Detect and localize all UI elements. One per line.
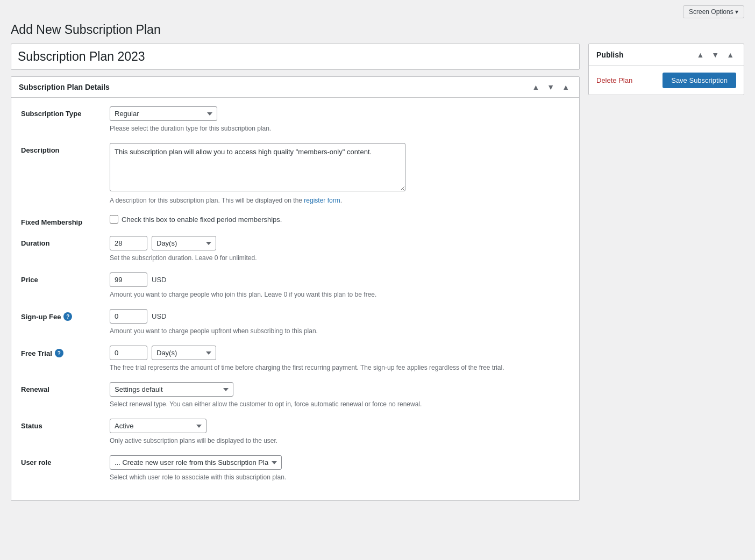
page-title: Add New Subscription Plan: [11, 23, 744, 37]
signup-fee-row: Sign-up Fee ? USD Amount you want to cha…: [21, 309, 569, 336]
free-trial-hint: The free trial represents the amount of …: [110, 363, 569, 372]
sidebar: Publish ▲ ▼ ▲ Delete Plan Save Subscript…: [588, 44, 744, 95]
signup-fee-input[interactable]: [110, 309, 147, 324]
description-label: Description: [21, 143, 110, 154]
status-field: Active Inactive Only active subscription…: [110, 419, 569, 446]
renewal-select[interactable]: Settings default Opt-in Force automatic …: [110, 382, 233, 397]
description-hint-suffix: .: [340, 197, 342, 204]
price-input[interactable]: [110, 272, 147, 287]
description-row: Description This subscription plan will …: [21, 143, 569, 205]
duration-unit-select[interactable]: Day(s) Week(s) Month(s) Year(s): [152, 236, 216, 250]
signup-fee-help-icon[interactable]: ?: [63, 312, 72, 321]
user-role-select[interactable]: ... Create new user role from this Subsc…: [110, 455, 282, 470]
signup-fee-currency: USD: [152, 312, 166, 320]
save-subscription-button[interactable]: Save Subscription: [663, 73, 736, 88]
price-currency: USD: [152, 276, 166, 284]
publish-header-controls: ▲ ▼ ▲: [694, 49, 736, 60]
price-hint: Amount you want to charge people who joi…: [110, 290, 569, 299]
renewal-field: Settings default Opt-in Force automatic …: [110, 382, 569, 409]
metabox-collapse-button[interactable]: ▲: [560, 82, 572, 92]
renewal-row: Renewal Settings default Opt-in Force au…: [21, 382, 569, 409]
plan-title-input[interactable]: [11, 44, 579, 69]
renewal-label: Renewal: [21, 382, 110, 393]
status-select[interactable]: Active Inactive: [110, 419, 206, 433]
free-trial-number-input[interactable]: [110, 346, 147, 360]
subscription-type-label: Subscription Type: [21, 106, 110, 118]
user-role-field: ... Create new user role from this Subsc…: [110, 455, 569, 482]
publish-header: Publish ▲ ▼ ▲: [589, 44, 744, 66]
metabox-title: Subscription Plan Details: [19, 83, 110, 91]
fixed-membership-checkbox-label: Check this box to enable fixed period me…: [122, 216, 282, 224]
metabox-up-button[interactable]: ▲: [530, 82, 542, 92]
publish-box: Publish ▲ ▼ ▲ Delete Plan Save Subscript…: [588, 44, 744, 95]
metabox-body: Subscription Type Regular Serial One-tim…: [11, 98, 579, 500]
free-trial-unit-select[interactable]: Day(s) Week(s) Month(s) Year(s): [152, 346, 216, 360]
subscription-type-field: Regular Serial One-time Please select th…: [110, 106, 569, 133]
publish-title: Publish: [596, 51, 624, 59]
fixed-membership-label: Fixed Membership: [21, 215, 110, 226]
signup-fee-hint: Amount you want to charge people upfront…: [110, 326, 569, 336]
fixed-membership-row: Fixed Membership Check this box to enabl…: [21, 215, 569, 226]
description-hint-prefix: A description for this subscription plan…: [110, 197, 304, 204]
renewal-hint: Select renewal type. You can either allo…: [110, 399, 569, 409]
user-role-hint: Select which user role to associate with…: [110, 472, 569, 482]
metabox-controls: ▲ ▼ ▲: [530, 82, 572, 92]
subscription-type-hint: Please select the duration type for this…: [110, 124, 569, 133]
content-area: Subscription Plan Details ▲ ▼ ▲ Subscrip…: [11, 44, 580, 501]
free-trial-label: Free Trial ?: [21, 346, 110, 357]
user-role-row: User role ... Create new user role from …: [21, 455, 569, 482]
signup-fee-field: USD Amount you want to charge people upf…: [110, 309, 569, 336]
screen-options-button[interactable]: Screen Options ▾: [683, 5, 744, 18]
price-field: USD Amount you want to charge people who…: [110, 272, 569, 299]
free-trial-row: Free Trial ? Day(s) Week(s) Month(s): [21, 346, 569, 372]
subscription-type-row: Subscription Type Regular Serial One-tim…: [21, 106, 569, 133]
register-form-link[interactable]: register form: [304, 197, 340, 204]
free-trial-help-icon[interactable]: ?: [55, 349, 63, 357]
price-row: Price USD Amount you want to charge peop…: [21, 272, 569, 299]
subscription-type-select[interactable]: Regular Serial One-time: [110, 106, 217, 121]
status-hint: Only active subscription plans will be d…: [110, 436, 569, 446]
user-role-label: User role: [21, 455, 110, 466]
publish-down-button[interactable]: ▼: [709, 49, 721, 60]
subscription-details-metabox: Subscription Plan Details ▲ ▼ ▲ Subscrip…: [11, 76, 580, 501]
duration-field: Day(s) Week(s) Month(s) Year(s) Set the …: [110, 236, 569, 263]
publish-up-button[interactable]: ▲: [694, 49, 706, 60]
description-textarea[interactable]: This subscription plan will allow you to…: [110, 143, 405, 191]
duration-label: Duration: [21, 236, 110, 247]
description-hint: A description for this subscription plan…: [110, 196, 569, 205]
duration-row: Duration Day(s) Week(s) Month(s) Year(s): [21, 236, 569, 263]
fixed-membership-field: Check this box to enable fixed period me…: [110, 215, 569, 224]
publish-collapse-button[interactable]: ▲: [724, 49, 736, 60]
duration-number-input[interactable]: [110, 236, 147, 250]
free-trial-label-text: Free Trial: [21, 349, 52, 357]
title-input-wrap: [11, 44, 580, 70]
duration-hint: Set the subscription duration. Leave 0 f…: [110, 253, 569, 263]
status-label: Status: [21, 419, 110, 430]
signup-fee-label-text: Sign-up Fee: [21, 313, 61, 321]
signup-fee-label: Sign-up Fee ?: [21, 309, 110, 321]
status-row: Status Active Inactive Only active subsc…: [21, 419, 569, 446]
delete-plan-link[interactable]: Delete Plan: [596, 76, 632, 84]
fixed-membership-checkbox[interactable]: [110, 215, 118, 224]
publish-body: Delete Plan Save Subscription: [589, 66, 744, 95]
description-field: This subscription plan will allow you to…: [110, 143, 569, 205]
metabox-header: Subscription Plan Details ▲ ▼ ▲: [11, 77, 579, 98]
free-trial-field: Day(s) Week(s) Month(s) Year(s) The free…: [110, 346, 569, 372]
price-label: Price: [21, 272, 110, 284]
metabox-down-button[interactable]: ▼: [545, 82, 557, 92]
